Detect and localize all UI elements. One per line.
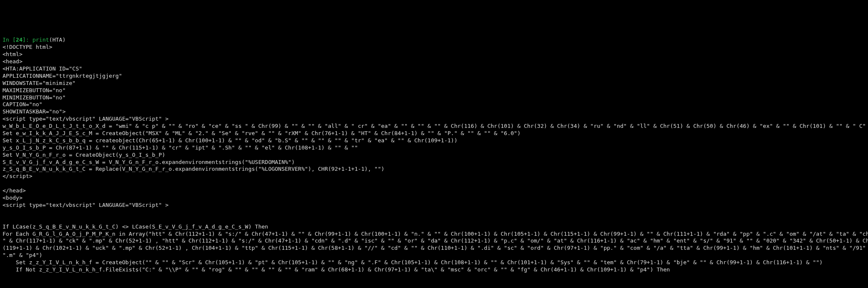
cell-output: <!DOCTYPE html> <html> <head> <HTA:APPLI… <box>3 44 865 288</box>
exec-count: 24 <box>16 37 22 43</box>
input-prompt: In [24]: <box>3 37 32 43</box>
notebook-cell: In [24]: print(HTA) <!DOCTYPE html> <htm… <box>0 36 868 288</box>
prompt-in: In [ <box>3 37 16 43</box>
fn-arg: HTA <box>52 37 62 43</box>
fn-call: print <box>32 37 49 43</box>
paren-close: ) <box>62 37 66 43</box>
prompt-close: ]: <box>22 37 32 43</box>
